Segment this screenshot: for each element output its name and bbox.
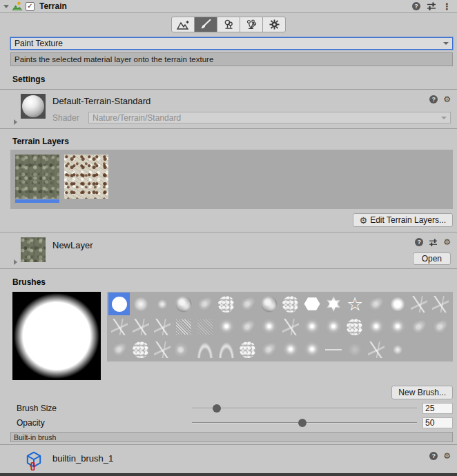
brush-shape-twig [154,319,171,335]
help-icon[interactable]: ? [415,238,423,246]
brush-shape-hex [304,297,320,311]
opacity-slider[interactable] [192,417,417,428]
brush-cell-17[interactable] [130,315,151,338]
brush-cell-26[interactable] [323,315,344,338]
brush-cell-21[interactable] [215,315,237,338]
brush-cell-2[interactable] [151,292,173,315]
window-bottom-edge [0,473,457,476]
brush-cell-44[interactable] [366,338,387,361]
brush-cell-15[interactable] [430,292,451,315]
brush-shape-ring [389,296,406,313]
brush-shape-blobD [218,319,235,335]
layer-thumbnail[interactable] [21,237,46,262]
brush-shape-blobB [240,296,256,313]
brush-asset-name: builtin_brush_1 [52,453,113,464]
terrain-layers-box[interactable] [10,150,453,209]
brush-asset-icon[interactable]: {} [25,450,44,471]
brush-size-row: Brush Size 25 [17,403,453,414]
brush-cell-42[interactable] [323,338,344,361]
tool-paint-terrain[interactable] [194,17,217,32]
brush-cell-39[interactable] [258,338,280,361]
brush-cell-36[interactable] [194,338,215,361]
brush-shape-blobB [411,319,427,335]
brush-cell-37[interactable] [215,338,237,361]
terrain-layer-stone-layer[interactable] [64,155,108,199]
brush-cell-34[interactable] [151,338,173,361]
brush-cell-25[interactable] [302,315,323,338]
brush-shape-twig [133,319,149,335]
brush-cell-14[interactable] [409,292,430,315]
brush-cell-5[interactable] [215,292,237,315]
brush-cell-45[interactable] [387,338,409,361]
brush-cell-40[interactable] [280,338,302,361]
presets-icon[interactable] [429,239,438,246]
gear-icon[interactable]: ⚙ [443,95,451,103]
component-enabled-checkbox[interactable]: ✓ [26,2,35,11]
brush-cell-3[interactable] [173,292,194,315]
settings-label: Settings [12,75,457,84]
brush-cell-33[interactable] [130,338,151,361]
brush-cell-13[interactable] [387,292,409,315]
brush-grid[interactable]: ☆ [107,292,453,361]
tool-paint-trees[interactable] [217,17,240,32]
brush-cell-30[interactable] [409,315,430,338]
brush-cell-27[interactable] [344,315,366,338]
material-foldout-icon[interactable] [14,119,17,125]
material-preview[interactable] [21,94,46,119]
brush-cell-29[interactable] [387,315,409,338]
brush-cell-7[interactable] [258,292,280,315]
kebab-menu-icon[interactable]: ⋮ [443,2,451,11]
brush-cell-41[interactable] [302,338,323,361]
brush-cell-16[interactable] [108,315,130,338]
brush-cell-28[interactable] [366,315,387,338]
gear-icon[interactable]: ⚙ [443,452,451,460]
brush-size-field[interactable]: 25 [422,403,453,414]
brush-cell-18[interactable] [151,315,173,338]
paint-mode-dropdown[interactable]: Paint Texture [10,37,453,50]
tool-terrain-settings[interactable] [262,17,286,32]
layer-inspector-section: NewLayer ? ⚙ Open [0,232,457,269]
help-icon[interactable]: ? [429,95,438,103]
brush-cell-31[interactable] [430,315,451,338]
brush-cell-22[interactable] [237,315,258,338]
brush-cell-24[interactable] [280,315,302,338]
brush-shape-soft [133,296,149,313]
gear-icon[interactable]: ⚙ [443,238,451,246]
tool-create-neighbor-terrains[interactable] [171,17,195,32]
brush-cell-9[interactable] [302,292,323,315]
tool-paint-details[interactable] [240,17,263,32]
opacity-field[interactable]: 50 [422,417,453,428]
presets-icon[interactable] [427,2,436,10]
brush-shape-faint [347,341,363,358]
brush-shape-twig [368,341,385,358]
brush-cell-0[interactable] [108,292,130,315]
brush-cell-6[interactable] [237,292,258,315]
brush-cell-4[interactable] [194,292,215,315]
help-icon[interactable]: ? [412,2,420,10]
new-brush-button[interactable]: New Brush... [391,386,453,399]
brush-cell-35[interactable] [173,338,194,361]
paint-mode-helpbox: Paints the selected material layer onto … [10,52,453,66]
brush-cell-10[interactable] [323,292,344,315]
brush-shape-blobC [240,341,256,358]
open-button[interactable]: Open [413,252,451,265]
brush-cell-1[interactable] [130,292,151,315]
brush-cell-11[interactable]: ☆ [344,292,366,315]
layer-foldout-icon[interactable] [14,259,17,265]
terrain-layer-grass-layer[interactable] [15,155,59,199]
brush-shape-blobB [368,296,385,313]
brush-cell-32[interactable] [108,338,130,361]
brush-cell-23[interactable] [258,315,280,338]
slider-handle[interactable] [298,419,307,427]
brush-cell-8[interactable] [280,292,302,315]
foldout-expanded-icon[interactable] [3,5,9,8]
help-icon[interactable]: ? [429,452,438,460]
brush-cell-20[interactable] [194,315,215,338]
brush-cell-43[interactable] [344,338,366,361]
slider-handle[interactable] [213,404,221,413]
brush-size-slider[interactable] [192,403,417,414]
brush-cell-12[interactable] [366,292,387,315]
brush-cell-19[interactable] [173,315,194,338]
edit-terrain-layers-button[interactable]: ⚙ Edit Terrain Layers... [353,213,453,227]
brush-cell-38[interactable] [237,338,258,361]
